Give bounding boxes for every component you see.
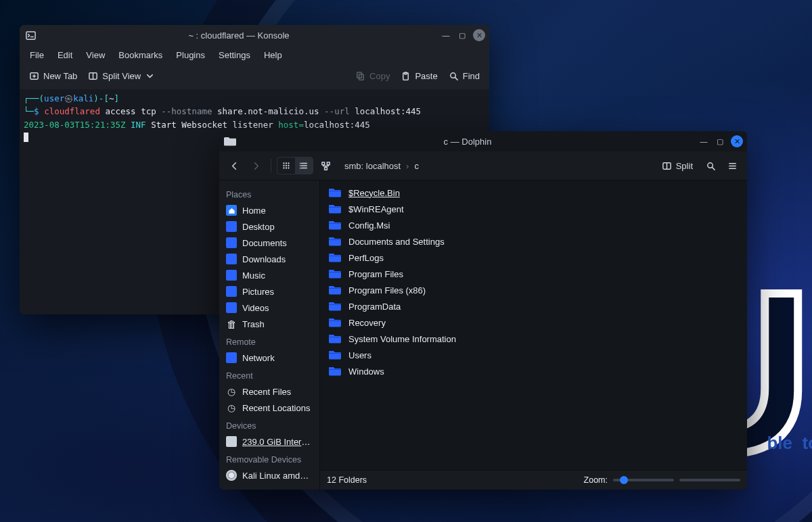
sidebar-item-downloads[interactable]: Downloads (219, 251, 319, 267)
copy-icon (355, 71, 365, 81)
dolphin-sidebar: Places Home Desktop Documents Downloads … (219, 181, 320, 490)
cmd-flag-host: --hostname (161, 106, 212, 116)
dolphin-statusbar: 12 Folders Zoom: (320, 470, 747, 490)
chevron-down-icon (145, 71, 155, 81)
split-button[interactable]: Split (656, 158, 698, 174)
new-tab-label: New Tab (43, 71, 77, 81)
split-view-button[interactable]: Split View (83, 68, 160, 84)
search-button[interactable] (701, 156, 720, 175)
menu-view[interactable]: View (80, 48, 111, 62)
view-tree-button[interactable] (316, 156, 335, 175)
recent-header: Recent (219, 366, 319, 383)
view-list-button[interactable] (295, 158, 313, 174)
svg-line-9 (455, 77, 457, 80)
zoom-slider-right[interactable] (679, 479, 740, 481)
sidebar-item-recent-files[interactable]: ◷Recent Files (219, 383, 319, 400)
menu-file[interactable]: File (24, 48, 50, 62)
folder-icon (328, 317, 342, 328)
sidebar-item-network[interactable]: Network (219, 350, 319, 366)
file-item[interactable]: Documents and Settings (323, 233, 744, 250)
log-ts: 2023-08-03T15:21:35Z (24, 120, 126, 130)
zoom-knob[interactable] (620, 476, 628, 484)
zoom-label: Zoom: (584, 475, 608, 485)
folder-icon (328, 268, 342, 279)
folder-icon (328, 301, 342, 312)
sidebar-item-home[interactable]: Home (219, 202, 319, 218)
chevron-right-icon: › (406, 161, 409, 171)
menu-bookmarks[interactable]: Bookmarks (112, 48, 168, 62)
file-list[interactable]: $Recycle.Bin$WinREAgentConfig.MsiDocumen… (320, 181, 747, 470)
breadcrumb[interactable]: smb: localhost › c (344, 161, 419, 171)
file-item[interactable]: PerfLogs (323, 250, 744, 266)
dolphin-titlebar[interactable]: c — Dolphin — ▢ ✕ (219, 131, 747, 151)
copy-button[interactable]: Copy (350, 68, 395, 84)
file-item[interactable]: System Volume Information (323, 331, 744, 347)
folder-icon (328, 252, 342, 263)
hamburger-menu-button[interactable] (723, 156, 742, 175)
file-item[interactable]: Users (323, 347, 744, 363)
menu-settings[interactable]: Settings (212, 48, 256, 62)
konsole-minimize-button[interactable]: — (441, 30, 451, 41)
sidebar-item-internal-drive[interactable]: 239.0 GiB Internal Drive … (219, 433, 319, 450)
file-item[interactable]: Config.Msi (323, 217, 744, 233)
konsole-maximize-button[interactable]: ▢ (457, 30, 468, 41)
konsole-close-button[interactable]: ✕ (473, 29, 485, 41)
nav-forward-button[interactable] (246, 156, 265, 175)
sidebar-item-removable[interactable]: Kali Linux amd64 1 (219, 467, 319, 483)
find-button[interactable]: Find (443, 68, 485, 84)
dolphin-minimize-button[interactable]: — (698, 136, 709, 147)
svg-point-13 (283, 165, 284, 166)
svg-point-10 (283, 162, 284, 164)
view-icons-button[interactable] (277, 158, 295, 174)
downloads-icon (226, 254, 237, 264)
file-item[interactable]: Program Files (323, 266, 744, 282)
cmd-urlval: localhost:445 (350, 106, 421, 116)
menu-help[interactable]: Help (258, 48, 288, 62)
konsole-titlebar[interactable]: ~ : cloudflared — Konsole — ▢ ✕ (20, 25, 489, 45)
file-item[interactable]: Program Files (x86) (323, 282, 744, 298)
sidebar-item-videos[interactable]: Videos (219, 300, 319, 316)
file-item[interactable]: Recovery (323, 314, 744, 331)
folder-icon (328, 220, 342, 231)
file-item[interactable]: Windows (323, 363, 744, 379)
paste-button[interactable]: Paste (395, 68, 443, 84)
devices-header: Devices (219, 416, 319, 433)
copy-label: Copy (369, 71, 390, 81)
file-name: Windows (348, 366, 384, 377)
svg-point-24 (300, 168, 301, 169)
clock-icon: ◷ (226, 386, 237, 397)
split-view-label: Split View (102, 71, 141, 81)
new-tab-button[interactable]: New Tab (24, 68, 83, 84)
sidebar-item-documents[interactable]: Documents (219, 235, 319, 251)
menu-edit[interactable]: Edit (51, 48, 78, 62)
sidebar-item-music[interactable]: Music (219, 267, 319, 283)
file-name: Recovery (348, 318, 386, 328)
breadcrumb-leaf[interactable]: c (414, 161, 419, 171)
paste-icon (401, 71, 411, 81)
zoom-slider-left[interactable] (613, 479, 674, 481)
menu-plugins[interactable]: Plugins (170, 48, 211, 62)
network-icon (226, 352, 237, 363)
file-item[interactable]: $WinREAgent (323, 201, 744, 217)
konsole-toolbar: New Tab Split View Copy Paste Find (20, 64, 489, 89)
dolphin-close-button[interactable]: ✕ (731, 135, 743, 147)
cmd-args1: access tcp (100, 106, 161, 116)
file-item[interactable]: $Recycle.Bin (323, 185, 744, 201)
folder-icon (328, 333, 342, 344)
konsole-title: ~ : cloudflared — Konsole (37, 30, 441, 41)
dolphin-maximize-button[interactable]: ▢ (715, 136, 725, 147)
sidebar-item-desktop[interactable]: Desktop (219, 218, 319, 235)
breadcrumb-root[interactable]: smb: localhost (344, 161, 401, 171)
svg-point-12 (288, 162, 289, 164)
desktop: U ble to ~ : cloudflared — Konsole — ▢ ✕… (0, 0, 812, 522)
nav-back-button[interactable] (225, 156, 244, 175)
file-name: Program Files (348, 269, 403, 279)
svg-point-16 (283, 167, 284, 168)
sidebar-item-pictures[interactable]: Pictures (219, 283, 319, 300)
log-msg: Start Websocket listener (146, 120, 279, 130)
file-item[interactable]: ProgramData (323, 298, 744, 314)
file-name: Config.Msi (348, 220, 390, 231)
sidebar-item-recent-locations[interactable]: ◷Recent Locations (219, 400, 319, 416)
sidebar-item-trash[interactable]: 🗑Trash (219, 316, 319, 332)
removable-header: Removable Devices (219, 450, 319, 467)
